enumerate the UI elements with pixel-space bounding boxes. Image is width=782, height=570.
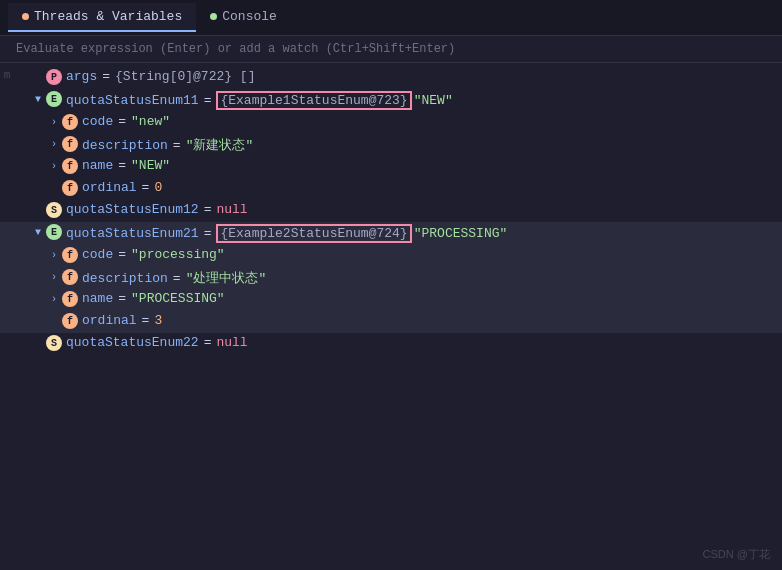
ordinal1-eq: =	[142, 180, 150, 195]
expand-code1[interactable]: ›	[46, 114, 62, 130]
tab-bar: Threads & Variables Console	[0, 0, 782, 36]
enum11-after: "NEW"	[414, 93, 453, 108]
desc2-name: description	[82, 271, 168, 286]
args-name: args	[66, 69, 97, 84]
no-expand-args	[30, 69, 46, 85]
tab-threads-label: Threads & Variables	[34, 9, 182, 24]
enum12-eq: =	[204, 202, 212, 217]
enum21-eq: =	[204, 226, 212, 241]
expand-enum11[interactable]: ▼	[30, 91, 46, 107]
name1-content: name = "NEW"	[82, 158, 774, 173]
tab-dot-threads	[22, 13, 29, 20]
badge-enum11: E	[46, 91, 62, 107]
desc2-content: description = "处理中状态"	[82, 269, 774, 287]
badge-code2: f	[62, 247, 78, 263]
code2-name: code	[82, 247, 113, 262]
var-row-enum11: ▼ E quotaStatusEnum11 = {Example1StatusE…	[0, 89, 782, 112]
expand-code2[interactable]: ›	[46, 247, 62, 263]
watermark: CSDN @丁花	[703, 547, 770, 562]
code1-eq: =	[118, 114, 126, 129]
expand-desc1[interactable]: ›	[46, 136, 62, 152]
code1-content: code = "new"	[82, 114, 774, 129]
desc1-name: description	[82, 138, 168, 153]
var-row-name1: › f name = "NEW"	[0, 156, 782, 178]
enum12-content: quotaStatusEnum12 = null	[66, 202, 774, 217]
desc1-eq: =	[173, 138, 181, 153]
code2-value: "processing"	[131, 247, 225, 262]
code1-name: code	[82, 114, 113, 129]
desc2-value: "处理中状态"	[186, 269, 267, 287]
enum21-highlight: {Example2StatusEnum@724}	[216, 224, 411, 243]
ordinal2-name: ordinal	[82, 313, 137, 328]
desc1-value: "新建状态"	[186, 136, 254, 154]
name2-value: "PROCESSING"	[131, 291, 225, 306]
badge-ordinal2: f	[62, 313, 78, 329]
args-content: args = {String[0]@722} []	[66, 69, 774, 84]
badge-args: P	[46, 69, 62, 85]
var-row-desc1: › f description = "新建状态"	[0, 134, 782, 156]
tab-dot-console	[210, 13, 217, 20]
var-row-enum21: ▼ E quotaStatusEnum21 = {Example2StatusE…	[0, 222, 782, 245]
expand-desc2[interactable]: ›	[46, 269, 62, 285]
expand-name2[interactable]: ›	[46, 291, 62, 307]
name2-content: name = "PROCESSING"	[82, 291, 774, 306]
enum12-value: null	[216, 202, 247, 217]
name2-name: name	[82, 291, 113, 306]
gutter-m: m	[0, 69, 14, 81]
tab-threads[interactable]: Threads & Variables	[8, 3, 196, 32]
enum22-content: quotaStatusEnum22 = null	[66, 335, 774, 350]
code1-value: "new"	[131, 114, 170, 129]
desc1-content: description = "新建状态"	[82, 136, 774, 154]
desc2-eq: =	[173, 271, 181, 286]
enum21-after: "PROCESSING"	[414, 226, 508, 241]
badge-enum22: S	[46, 335, 62, 351]
enum11-highlight: {Example1StatusEnum@723}	[216, 91, 411, 110]
ordinal2-eq: =	[142, 313, 150, 328]
badge-desc2: f	[62, 269, 78, 285]
badge-name1: f	[62, 158, 78, 174]
eval-bar-text: Evaluate expression (Enter) or add a wat…	[16, 42, 455, 56]
ordinal1-name: ordinal	[82, 180, 137, 195]
var-row-enum22: S quotaStatusEnum22 = null	[0, 333, 782, 355]
expand-enum21[interactable]: ▼	[30, 224, 46, 240]
var-row-code2: › f code = "processing"	[0, 245, 782, 267]
badge-name2: f	[62, 291, 78, 307]
tab-console[interactable]: Console	[196, 3, 291, 32]
no-expand-enum12	[30, 202, 46, 218]
var-row-name2: › f name = "PROCESSING"	[0, 289, 782, 311]
ordinal2-content: ordinal = 3	[82, 313, 774, 328]
code2-content: code = "processing"	[82, 247, 774, 262]
var-row-ordinal2: f ordinal = 3	[0, 311, 782, 333]
enum22-value: null	[216, 335, 247, 350]
ordinal1-content: ordinal = 0	[82, 180, 774, 195]
badge-enum12: S	[46, 202, 62, 218]
badge-ordinal1: f	[62, 180, 78, 196]
enum11-content: quotaStatusEnum11 = {Example1StatusEnum@…	[66, 91, 774, 110]
var-row-ordinal1: f ordinal = 0	[0, 178, 782, 200]
enum12-name: quotaStatusEnum12	[66, 202, 199, 217]
no-expand-enum22	[30, 335, 46, 351]
var-row-args: m P args = {String[0]@722} []	[0, 67, 782, 89]
enum21-name: quotaStatusEnum21	[66, 226, 199, 241]
expand-name1[interactable]: ›	[46, 158, 62, 174]
enum22-name: quotaStatusEnum22	[66, 335, 199, 350]
var-row-enum12: S quotaStatusEnum12 = null	[0, 200, 782, 222]
badge-desc1: f	[62, 136, 78, 152]
ordinal1-value: 0	[154, 180, 162, 195]
name1-value: "NEW"	[131, 158, 170, 173]
var-row-desc2: › f description = "处理中状态"	[0, 267, 782, 289]
enum11-name: quotaStatusEnum11	[66, 93, 199, 108]
code2-eq: =	[118, 247, 126, 262]
variables-panel: m P args = {String[0]@722} [] ▼ E quotaS…	[0, 63, 782, 567]
badge-code1: f	[62, 114, 78, 130]
name1-eq: =	[118, 158, 126, 173]
eval-bar: Evaluate expression (Enter) or add a wat…	[0, 36, 782, 63]
enum22-eq: =	[204, 335, 212, 350]
name1-name: name	[82, 158, 113, 173]
enum11-eq: =	[204, 93, 212, 108]
enum21-content: quotaStatusEnum21 = {Example2StatusEnum@…	[66, 224, 774, 243]
args-eq: =	[102, 69, 110, 84]
args-value: {String[0]@722} []	[115, 69, 255, 84]
badge-enum21: E	[46, 224, 62, 240]
ordinal2-value: 3	[154, 313, 162, 328]
